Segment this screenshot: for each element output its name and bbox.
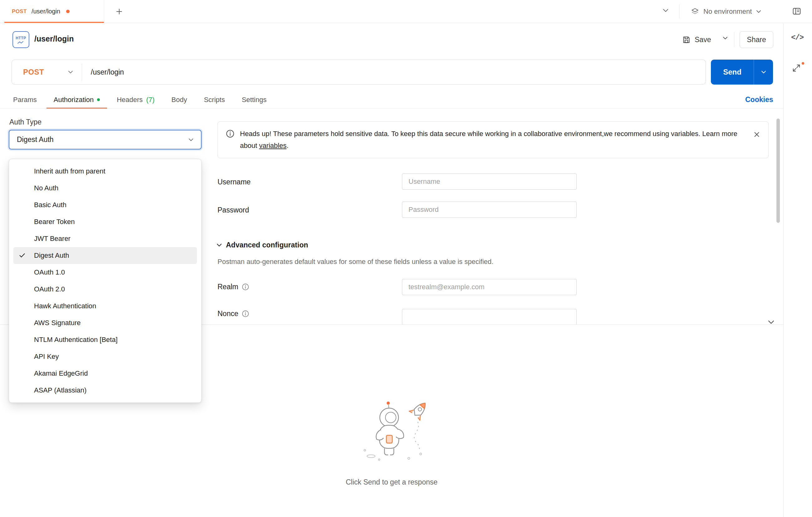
tab-scripts[interactable]: Scripts bbox=[195, 91, 233, 108]
http-request-icon: HTTP bbox=[12, 31, 29, 48]
banner-text: Heads up! These parameters hold sensitiv… bbox=[240, 128, 742, 152]
send-button[interactable]: Send bbox=[711, 60, 773, 85]
new-tab-button[interactable] bbox=[113, 5, 125, 18]
notification-dot bbox=[801, 61, 805, 65]
auth-option-jwt-bearer[interactable]: JWT Bearer bbox=[13, 230, 197, 247]
chevron-down-icon bbox=[216, 243, 222, 247]
auth-option-akamai-edgegrid[interactable]: Akamai EdgeGrid bbox=[13, 365, 197, 382]
cookies-link[interactable]: Cookies bbox=[745, 91, 773, 108]
save-icon bbox=[682, 35, 691, 44]
plus-icon bbox=[116, 8, 123, 15]
auth-option-asap-atlassian[interactable]: ASAP (Atlassian) bbox=[13, 382, 197, 399]
topbar-divider bbox=[679, 4, 679, 19]
title-row-divider bbox=[734, 32, 734, 47]
url-bar: POST bbox=[11, 60, 706, 85]
method-selector[interactable]: POST bbox=[12, 60, 82, 84]
environment-quick-look-icon[interactable] bbox=[792, 6, 802, 16]
tab-body[interactable]: Body bbox=[163, 91, 195, 108]
url-input[interactable] bbox=[82, 60, 705, 84]
realm-label: Realm bbox=[218, 283, 249, 291]
chevron-down-icon bbox=[756, 10, 761, 13]
auth-option-no-auth[interactable]: No Auth bbox=[13, 180, 197, 197]
unsaved-changes-dot bbox=[66, 10, 69, 13]
environment-icon bbox=[691, 7, 699, 16]
advanced-configuration-toggle[interactable]: Advanced configuration bbox=[216, 241, 308, 249]
info-icon[interactable] bbox=[242, 310, 249, 317]
environment-label: No environment bbox=[703, 7, 752, 16]
response-collapse-chevron-icon[interactable] bbox=[768, 320, 775, 324]
auth-type-dropdown: Inherit auth from parent No Auth Basic A… bbox=[9, 159, 202, 403]
password-label: Password bbox=[218, 206, 249, 214]
sensitive-data-banner: Heads up! These parameters hold sensitiv… bbox=[218, 121, 768, 158]
tab-params[interactable]: Params bbox=[12, 91, 45, 108]
realm-input[interactable] bbox=[402, 279, 577, 295]
chevron-down-icon bbox=[68, 70, 73, 74]
right-sidebar: </> bbox=[783, 23, 812, 517]
tab-title: /user/login bbox=[31, 8, 60, 15]
check-icon bbox=[19, 253, 25, 258]
auth-option-bearer-token[interactable]: Bearer Token bbox=[13, 213, 197, 230]
topbar: POST /user/login No environment bbox=[0, 0, 812, 23]
send-options-chevron-icon[interactable] bbox=[754, 60, 773, 85]
request-title: /user/login bbox=[34, 34, 74, 44]
tab-list-chevron-icon[interactable] bbox=[663, 9, 668, 12]
auth-type-label: Auth Type bbox=[9, 118, 41, 126]
auth-option-oauth-2[interactable]: OAuth 2.0 bbox=[13, 281, 197, 298]
auth-type-selected-value: Digest Auth bbox=[17, 136, 54, 144]
save-options-chevron-icon[interactable] bbox=[723, 36, 728, 39]
method-label: POST bbox=[23, 68, 44, 77]
request-tab[interactable]: POST /user/login bbox=[4, 0, 104, 23]
tab-settings[interactable]: Settings bbox=[233, 91, 275, 108]
password-input[interactable] bbox=[402, 202, 577, 218]
chevron-down-icon bbox=[188, 138, 194, 141]
code-snippet-icon[interactable]: </> bbox=[791, 33, 804, 42]
nonce-label: Nonce bbox=[218, 310, 249, 318]
auth-option-ntlm[interactable]: NTLM Authentication [Beta] bbox=[13, 332, 197, 348]
auth-option-api-key[interactable]: API Key bbox=[13, 348, 197, 365]
info-icon[interactable] bbox=[242, 283, 249, 290]
variables-link[interactable]: variables bbox=[259, 142, 287, 149]
tab-authorization[interactable]: Authorization bbox=[45, 91, 108, 108]
request-tabs: Params Authorization Headers (7) Body Sc… bbox=[0, 91, 783, 109]
nonce-input[interactable] bbox=[402, 309, 577, 324]
advanced-configuration-title: Advanced configuration bbox=[226, 241, 308, 249]
advanced-configuration-description: Postman auto-generates default values fo… bbox=[218, 258, 493, 266]
auth-option-aws-signature[interactable]: AWS Signature bbox=[13, 315, 197, 332]
astronaut-illustration bbox=[345, 394, 438, 464]
tab-method-label: POST bbox=[12, 8, 27, 15]
save-button[interactable]: Save bbox=[682, 31, 711, 48]
info-icon bbox=[226, 130, 234, 152]
tab-headers[interactable]: Headers (7) bbox=[108, 91, 163, 108]
postman-app: POST /user/login No environment HTTP bbox=[0, 0, 812, 517]
headers-count-badge: (7) bbox=[146, 96, 154, 104]
scrollbar-thumb[interactable] bbox=[776, 119, 780, 223]
auth-option-digest-auth[interactable]: Digest Auth bbox=[13, 247, 197, 264]
banner-close-icon[interactable] bbox=[754, 132, 760, 137]
save-label: Save bbox=[695, 35, 711, 44]
auth-option-oauth-1[interactable]: OAuth 1.0 bbox=[13, 264, 197, 281]
username-label: Username bbox=[218, 178, 251, 186]
auth-option-hawk[interactable]: Hawk Authentication bbox=[13, 298, 197, 315]
response-empty-text: Click Send to get a response bbox=[346, 478, 437, 486]
expand-pane-icon[interactable] bbox=[792, 63, 801, 73]
send-label: Send bbox=[711, 60, 754, 85]
username-input[interactable] bbox=[402, 173, 577, 190]
share-button[interactable]: Share bbox=[740, 31, 773, 48]
auth-type-select[interactable]: Digest Auth bbox=[9, 130, 202, 149]
auth-option-basic-auth[interactable]: Basic Auth bbox=[13, 197, 197, 213]
auth-option-inherit[interactable]: Inherit auth from parent bbox=[13, 163, 197, 180]
environment-selector[interactable]: No environment bbox=[687, 0, 765, 23]
auth-configured-dot bbox=[97, 98, 100, 101]
